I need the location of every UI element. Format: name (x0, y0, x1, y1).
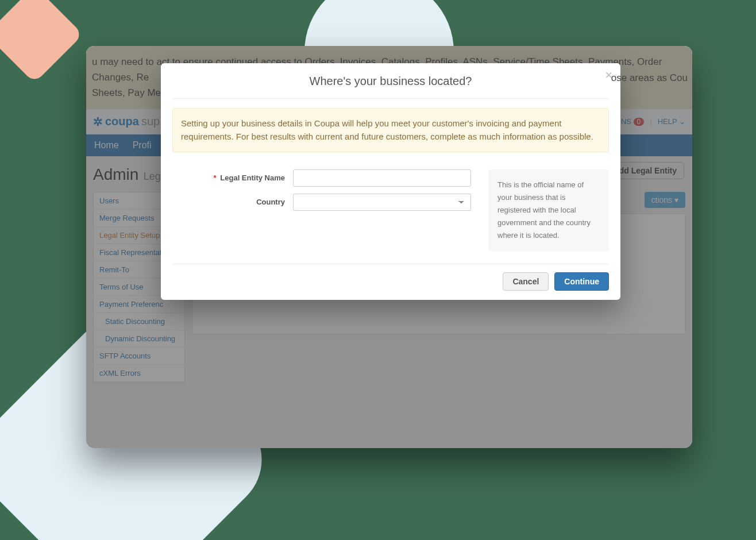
business-location-modal: × Where's your business located? Setting… (161, 63, 620, 300)
modal-form: * Legal Entity Name Country (172, 169, 471, 251)
country-select[interactable] (293, 194, 471, 211)
legal-entity-name-input[interactable] (293, 169, 471, 187)
legal-entity-name-label: * Legal Entity Name (172, 173, 293, 182)
field-help-text: This is the official name of your busine… (488, 169, 609, 251)
cancel-button[interactable]: Cancel (503, 272, 549, 291)
app-window: u may need to act to ensure continued ac… (86, 46, 692, 448)
continue-button[interactable]: Continue (554, 272, 609, 291)
banner-text: ose areas as Cou (611, 72, 688, 84)
country-label: Country (172, 198, 293, 206)
modal-title: Where's your business located? (161, 75, 620, 98)
decorative-blob (0, 0, 83, 83)
modal-info-text: Setting up your business details in Coup… (172, 108, 609, 152)
